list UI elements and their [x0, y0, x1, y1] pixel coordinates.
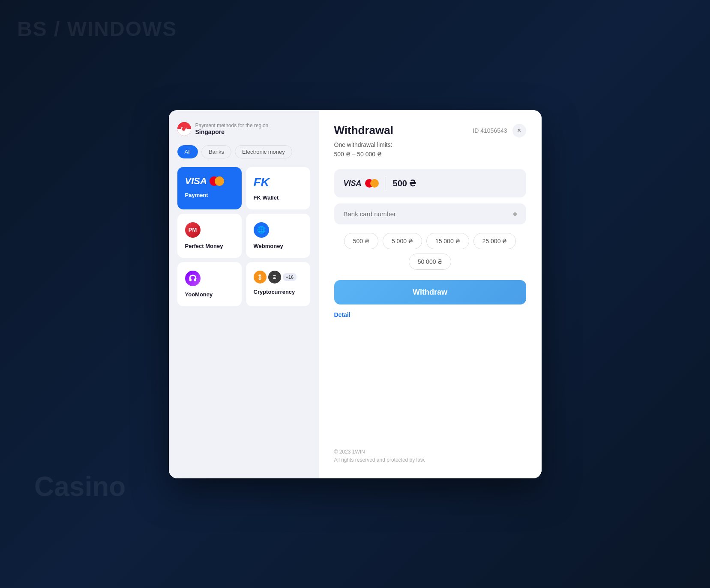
crypto-plus-badge: +16 — [283, 273, 297, 281]
close-button[interactable]: × — [512, 124, 526, 137]
background-casino: Casino — [34, 471, 126, 502]
pm-icon: PM — [185, 222, 201, 238]
yoo-logo — [185, 271, 201, 286]
fk-payment-label: FK Wallet — [254, 194, 279, 201]
region-header: Payment methods for the region Singapore — [177, 122, 310, 136]
right-header: Withdrawal ID 41056543 × — [334, 124, 526, 137]
svg-point-3 — [182, 127, 185, 130]
wm-payment-label: Webmoney — [254, 243, 283, 249]
flag-icon — [177, 122, 191, 136]
visa-payment-label: Payment — [185, 192, 208, 198]
payment-method-fk[interactable]: FK FK Wallet — [246, 167, 310, 209]
footer-line2: All rights reserved and protected by law… — [334, 456, 526, 464]
filter-tab-all[interactable]: All — [177, 145, 198, 158]
amount-card: VISA 500 ₴ — [334, 169, 526, 197]
quick-amounts: 500 ₴ 5 000 ₴ 15 000 ₴ 25 000 ₴ 50 000 ₴ — [334, 233, 526, 270]
visa-logo: VISA — [185, 176, 224, 187]
limits-line1: One withdrawal limits: — [334, 141, 392, 148]
modal: Payment methods for the region Singapore… — [169, 110, 542, 478]
payment-method-visa[interactable]: VISA Payment — [177, 167, 242, 209]
payment-method-crypto[interactable]: ₿ Ξ +16 Cryptocurrency — [246, 262, 310, 306]
wm-logo: 🌐 — [254, 222, 269, 238]
quick-amount-25000[interactable]: 25 000 ₴ — [473, 233, 516, 249]
left-panel: Payment methods for the region Singapore… — [169, 110, 319, 478]
detail-link[interactable]: Detail — [334, 311, 526, 318]
limits-text: One withdrawal limits: 500 ₴ – 50 000 ₴ — [334, 140, 526, 159]
filter-tab-electronic[interactable]: Electronic money — [235, 145, 292, 158]
footer-line1: © 2023 1WIN — [334, 448, 526, 456]
filter-tab-banks[interactable]: Banks — [201, 145, 231, 158]
withdrawal-title: Withdrawal — [334, 124, 393, 137]
quick-amount-5000[interactable]: 5 000 ₴ — [383, 233, 422, 249]
region-label: Payment methods for the region — [195, 122, 269, 128]
svg-rect-5 — [189, 278, 192, 281]
crypto-payment-label: Cryptocurrency — [254, 289, 295, 295]
withdraw-button[interactable]: Withdraw — [334, 280, 526, 304]
payment-grid: VISA Payment FK FK Wallet PM — [177, 167, 310, 306]
transaction-id: ID 41056543 — [473, 127, 507, 134]
fk-logo: FK — [254, 176, 270, 189]
visa-text: VISA — [185, 176, 207, 187]
card-input-wrapper — [334, 203, 526, 224]
payment-method-wm[interactable]: 🌐 Webmoney — [246, 214, 310, 258]
quick-amount-500[interactable]: 500 ₴ — [344, 233, 378, 249]
id-close-group: ID 41056543 × — [473, 124, 526, 137]
crypto-icons: ₿ Ξ +16 — [254, 271, 297, 284]
region-name: Singapore — [195, 128, 269, 135]
mastercard-icon — [210, 176, 224, 186]
crypto-logo: ₿ Ξ +16 — [254, 271, 297, 284]
quick-amount-15000[interactable]: 15 000 ₴ — [426, 233, 469, 249]
btc-icon: ₿ — [254, 271, 267, 284]
amount-visa-logo: VISA — [344, 179, 379, 188]
card-number-input[interactable] — [344, 210, 513, 218]
wm-icon: 🌐 — [254, 222, 269, 238]
background-text: BS / WINDOWS — [17, 17, 177, 41]
card-dot-indicator — [513, 212, 517, 216]
quick-amount-50000[interactable]: 50 000 ₴ — [409, 254, 452, 270]
yoo-icon — [185, 271, 201, 286]
separator — [386, 177, 386, 190]
selected-amount: 500 ₴ — [393, 178, 416, 188]
pm-payment-label: Perfect Money — [185, 243, 223, 249]
right-panel: Withdrawal ID 41056543 × One withdrawal … — [319, 110, 542, 478]
footer: © 2023 1WIN All rights reserved and prot… — [334, 431, 526, 464]
limits-line2: 500 ₴ – 50 000 ₴ — [334, 151, 382, 158]
filter-tabs: All Banks Electronic money — [177, 145, 310, 158]
fk-logo-text: FK — [254, 176, 270, 189]
mc-circle-orange — [215, 176, 224, 186]
svg-rect-6 — [194, 278, 196, 281]
amount-visa-text: VISA — [344, 179, 362, 188]
region-text: Payment methods for the region Singapore — [195, 122, 269, 135]
payment-method-yoo[interactable]: YooMoney — [177, 262, 242, 306]
payment-method-pm[interactable]: PM Perfect Money — [177, 214, 242, 258]
amount-mc-icon — [365, 179, 379, 188]
yoo-payment-label: YooMoney — [185, 291, 213, 298]
amount-mc-orange — [370, 179, 379, 188]
pm-logo: PM — [185, 222, 201, 238]
eth-icon: Ξ — [268, 271, 281, 284]
